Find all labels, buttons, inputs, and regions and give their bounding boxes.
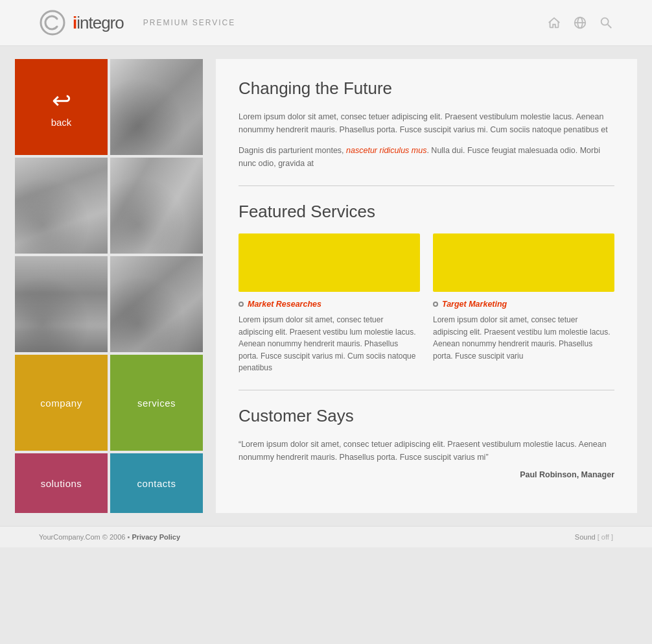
nav-image-3 [110,158,203,254]
sound-label: Sound [575,533,596,541]
left-nav: ↩ back company services [15,59,203,513]
solutions-button[interactable]: solutions [15,453,108,513]
service-bullet-2 [433,302,438,307]
customer-quote: “Lorem ipsum dolor sit amet, consec tetu… [239,438,614,464]
service-link-1[interactable]: Market Researches [248,300,321,309]
company-button[interactable]: company [15,355,108,451]
service-link-row-2: Target Marketing [433,300,614,309]
divider-2 [239,390,614,390]
logo-name: integro [76,13,124,32]
service-bullet-1 [239,302,244,307]
svg-point-4 [601,18,609,25]
sound-state[interactable]: [ off ] [598,533,613,541]
header-icons [547,16,613,30]
service-image-2 [433,233,614,292]
footer-right: Sound [ off ] [575,533,613,541]
back-arrow-icon: ↩ [52,87,71,114]
featured-services-title: Featured Services [239,202,614,222]
divider-1 [239,185,614,186]
contacts-button[interactable]: contacts [110,453,203,513]
hero-title: Changing the Future [239,78,614,99]
services-grid: Market Researches Lorem ipsum dolor sit … [239,233,614,374]
back-button[interactable]: ↩ back [15,59,108,155]
customer-name: Paul Robinson, Manager [239,470,614,479]
svg-point-0 [41,11,64,34]
hero-para1: Lorem ipsum dolor sit amet, consec tetue… [239,110,614,136]
service-desc-2: Lorem ipsum dolor sit amet, consec tetue… [433,314,614,362]
service-link-2[interactable]: Target Marketing [442,300,507,309]
service-link-row-1: Market Researches [239,300,420,309]
nav-image-1 [110,59,203,155]
hero-para2: Dagnis dis parturient montes, nascetur r… [239,144,614,170]
contacts-label: contacts [137,478,176,489]
hero-link[interactable]: nascetur ridiculus mus [346,146,426,155]
svg-line-5 [608,25,612,29]
globe-icon[interactable] [573,16,587,30]
nav-image-5 [110,256,203,352]
back-label: back [51,117,72,128]
services-label: services [137,398,176,409]
privacy-policy-link[interactable]: Privacy Policy [132,533,180,541]
company-label: company [40,398,82,409]
tagline: PREMIUM SERVICE [143,18,235,27]
customer-says-title: Customer Says [239,406,614,426]
search-icon[interactable] [599,16,613,30]
nav-image-2 [15,158,108,254]
footer-left: YourCompany.Com © 2006 • Privacy Policy [39,533,180,541]
site-header: iintegro PREMIUM SERVICE [0,0,652,46]
site-footer: YourCompany.Com © 2006 • Privacy Policy … [0,526,652,547]
service-card-1: Market Researches Lorem ipsum dolor sit … [239,233,420,374]
nav-image-4 [15,256,108,352]
right-content: Changing the Future Lorem ipsum dolor si… [216,59,637,513]
copyright-text: YourCompany.Com © 2006 • [39,533,130,541]
logo-icon [39,9,66,36]
home-icon[interactable] [547,16,561,30]
service-card-2: Target Marketing Lorem ipsum dolor sit a… [433,233,614,374]
hero-para2-prefix: Dagnis dis parturient montes, [239,146,346,155]
service-desc-1: Lorem ipsum dolor sit amet, consec tetue… [239,314,420,374]
solutions-label: solutions [41,478,82,489]
logo-area: iintegro PREMIUM SERVICE [39,9,235,36]
services-button[interactable]: services [110,355,203,451]
main-wrapper: ↩ back company services [15,59,637,513]
logo-text: iintegro [73,13,124,33]
service-image-1 [239,233,420,292]
